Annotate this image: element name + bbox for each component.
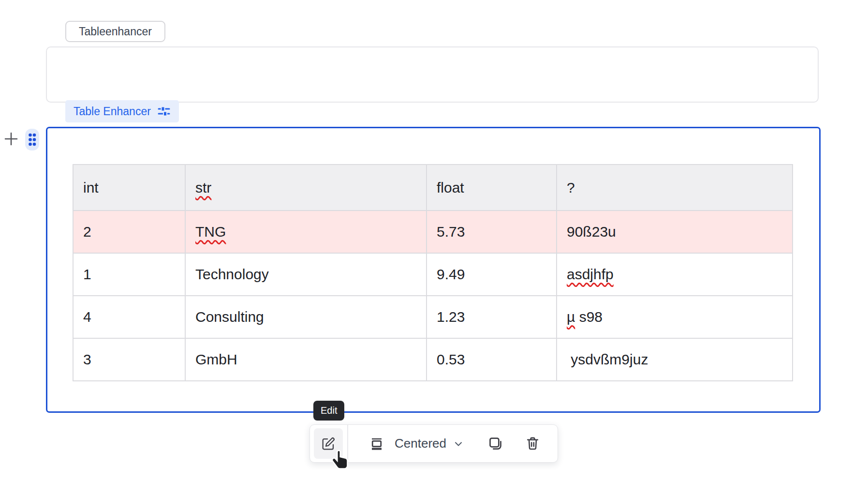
delete-button[interactable] [525, 436, 540, 451]
tableenhancer-chip[interactable]: Tableenhancer [65, 21, 165, 42]
empty-paragraph-box[interactable] [46, 46, 819, 103]
edit-tooltip-label: Edit [321, 405, 337, 416]
chevron-down-icon [453, 438, 464, 450]
duplicate-icon [487, 436, 503, 452]
tableenhancer-chip-label: Tableenhancer [79, 25, 152, 38]
cell: 5.73 [427, 211, 557, 253]
trash-icon [525, 436, 540, 451]
enhanced-table: int str float ? 2 TNG 5.73 90ß23u 1 Tech… [73, 164, 793, 381]
cell: 2 [73, 211, 185, 253]
editor-canvas: { "chip": { "label": "Tableenhancer" }, … [0, 0, 868, 482]
table-row: 2 TNG 5.73 90ß23u [73, 211, 793, 253]
cell: µ s98 [557, 296, 793, 338]
cell: TNG [185, 211, 427, 253]
table-enhancer-badge[interactable]: Table Enhancer [65, 100, 179, 122]
drag-handle[interactable] [25, 129, 39, 151]
cell: Technology [185, 253, 427, 296]
cell: ysdvßm9juz [557, 338, 793, 381]
cell: 9.49 [427, 253, 557, 296]
pointer-cursor-icon [331, 449, 351, 474]
table-enhancer-badge-label: Table Enhancer [74, 105, 151, 118]
data-table: int str float ? 2 TNG 5.73 90ß23u 1 Tech… [73, 164, 793, 381]
cell: 1 [73, 253, 185, 296]
duplicate-button[interactable] [487, 436, 503, 452]
cell: 1.23 [427, 296, 557, 338]
alignment-dropdown[interactable]: Centered [369, 436, 464, 451]
block-centered-icon [369, 437, 384, 451]
cell: 90ß23u [557, 211, 793, 253]
edit-tooltip: Edit [313, 401, 344, 421]
cell: 0.53 [427, 338, 557, 381]
plus-icon [3, 140, 19, 149]
cell: 3 [73, 338, 185, 381]
cell: 4 [73, 296, 185, 338]
sliders-icon [157, 105, 171, 118]
table-row: 3 GmbH 0.53 ysdvßm9juz [73, 338, 793, 381]
table-header-row: int str float ? [73, 165, 793, 211]
cell: asdjhfp [557, 253, 793, 296]
column-header-question: ? [557, 165, 793, 211]
table-row: 1 Technology 9.49 asdjhfp [73, 253, 793, 296]
add-block-button[interactable] [3, 131, 19, 147]
alignment-label: Centered [395, 436, 446, 451]
column-header-int: int [73, 165, 185, 211]
drag-handle-icon [27, 132, 37, 147]
cell: GmbH [185, 338, 427, 381]
column-header-float: float [427, 165, 557, 211]
column-header-str: str [185, 165, 427, 211]
cell: Consulting [185, 296, 427, 338]
table-row: 4 Consulting 1.23 µ s98 [73, 296, 793, 338]
